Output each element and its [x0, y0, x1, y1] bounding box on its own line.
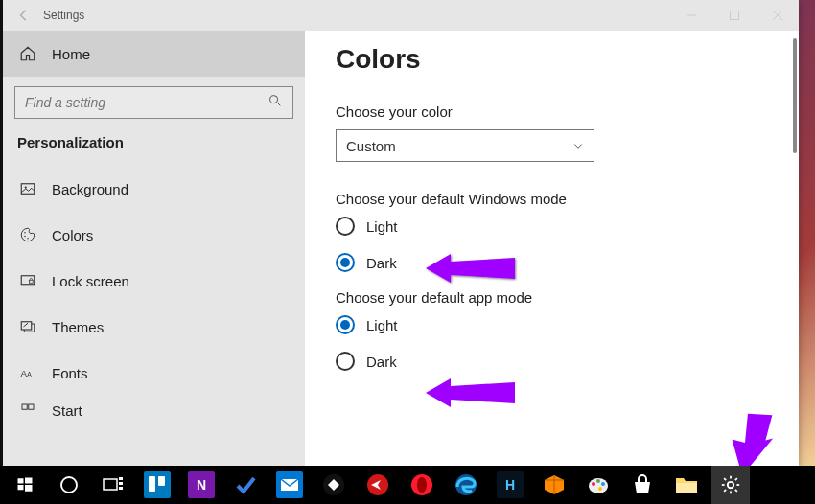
- windows-mode-light-option[interactable]: Light: [336, 217, 799, 236]
- palette-icon: [17, 226, 38, 243]
- color-mode-value: Custom: [346, 138, 396, 154]
- svg-rect-15: [29, 404, 34, 409]
- svg-rect-25: [119, 477, 123, 480]
- taskbar-app-mail[interactable]: [270, 466, 309, 504]
- taskbar-cortana[interactable]: [50, 466, 88, 504]
- close-button[interactable]: [756, 0, 799, 31]
- fonts-icon: AA: [17, 364, 38, 381]
- sidebar-item-fonts[interactable]: AA Fonts: [3, 350, 305, 396]
- svg-point-6: [24, 232, 26, 234]
- search-field[interactable]: [25, 95, 268, 110]
- radio-icon: [336, 253, 355, 272]
- svg-text:A: A: [21, 368, 28, 378]
- taskbar-app-h[interactable]: H: [491, 466, 529, 504]
- radio-label: Dark: [366, 354, 397, 370]
- taskbar-app-explorer[interactable]: [667, 466, 706, 504]
- back-button[interactable]: [11, 2, 37, 29]
- svg-point-2: [270, 96, 278, 103]
- svg-point-34: [417, 477, 427, 493]
- sidebar-item-label: Lock screen: [52, 273, 129, 289]
- taskbar-app-opera[interactable]: [403, 466, 441, 504]
- sidebar-item-background[interactable]: Background: [3, 166, 305, 212]
- titlebar: Settings: [3, 0, 799, 31]
- svg-line-50: [735, 478, 737, 480]
- sidebar-item-home[interactable]: Home: [3, 31, 305, 77]
- sidebar-item-colors[interactable]: Colors: [3, 212, 305, 258]
- svg-rect-20: [25, 478, 33, 484]
- search-input[interactable]: [14, 86, 293, 119]
- svg-rect-24: [104, 479, 117, 490]
- sidebar-item-start[interactable]: Start: [3, 396, 305, 424]
- svg-point-39: [601, 482, 605, 486]
- radio-label: Light: [366, 218, 398, 235]
- taskbar-start[interactable]: [6, 466, 44, 504]
- content-pane: Colors Choose your color Custom Choose y…: [305, 31, 799, 466]
- svg-point-23: [61, 477, 77, 493]
- taskbar-taskview[interactable]: [94, 466, 132, 504]
- svg-rect-29: [158, 476, 165, 486]
- sidebar-item-label: Fonts: [52, 365, 88, 381]
- svg-point-38: [596, 479, 600, 483]
- svg-rect-22: [25, 485, 33, 492]
- maximize-button[interactable]: [712, 0, 756, 31]
- svg-rect-14: [22, 404, 27, 409]
- radio-icon: [336, 315, 355, 334]
- color-mode-dropdown[interactable]: Custom: [336, 129, 594, 162]
- taskbar-app-3d[interactable]: [535, 466, 573, 504]
- taskbar-app-edge[interactable]: [447, 466, 485, 504]
- app-mode-light-option[interactable]: Light: [336, 315, 799, 334]
- section-header: Personalization: [3, 125, 305, 166]
- scrollbar[interactable]: [793, 38, 797, 153]
- settings-window: Settings Home Personal: [3, 0, 799, 466]
- svg-point-8: [27, 238, 29, 240]
- svg-rect-41: [676, 483, 697, 493]
- taskbar-app-store[interactable]: [623, 466, 662, 504]
- home-icon: [17, 45, 38, 62]
- svg-rect-10: [30, 280, 34, 283]
- app-mode-dark-option[interactable]: Dark: [336, 352, 799, 371]
- sidebar-item-label: Start: [52, 402, 82, 419]
- taskbar-app-paint[interactable]: [579, 466, 617, 504]
- svg-rect-21: [18, 485, 24, 490]
- lock-screen-icon: [17, 272, 38, 289]
- taskbar-app-todo[interactable]: [226, 466, 265, 504]
- svg-text:A: A: [27, 371, 32, 378]
- svg-point-5: [25, 186, 27, 188]
- taskbar-app-trello[interactable]: [138, 466, 176, 504]
- color-mode-label: Choose your color: [336, 103, 799, 120]
- radio-icon: [336, 352, 355, 371]
- svg-rect-28: [149, 476, 155, 492]
- taskbar-app-settings[interactable]: [711, 466, 750, 504]
- taskbar-app-clip[interactable]: [314, 466, 353, 504]
- sidebar-item-label: Background: [52, 181, 128, 197]
- start-icon: [17, 401, 38, 419]
- svg-point-40: [598, 487, 602, 491]
- radio-label: Dark: [366, 255, 397, 271]
- search-icon: [268, 93, 283, 112]
- svg-line-48: [735, 490, 737, 492]
- svg-line-3: [277, 103, 280, 105]
- app-mode-label: Choose your default app mode: [336, 289, 799, 306]
- svg-point-7: [24, 236, 26, 238]
- svg-rect-1: [730, 11, 738, 20]
- taskbar-app-onenote[interactable]: N: [182, 466, 221, 504]
- sidebar-item-lockscreen[interactable]: Lock screen: [3, 258, 305, 304]
- sidebar: Home Personalization Background C: [3, 31, 305, 466]
- themes-icon: [17, 318, 38, 335]
- radio-icon: [336, 217, 355, 236]
- picture-icon: [17, 180, 38, 197]
- windows-mode-dark-option[interactable]: Dark: [336, 253, 799, 272]
- taskbar: N H: [0, 466, 815, 504]
- sidebar-item-label: Themes: [52, 319, 104, 335]
- minimize-button[interactable]: [669, 0, 712, 31]
- taskbar-app-direct[interactable]: [359, 466, 397, 504]
- windows-mode-label: Choose your default Windows mode: [336, 191, 799, 207]
- svg-line-47: [724, 478, 726, 480]
- page-title: Colors: [336, 44, 799, 75]
- window-title: Settings: [43, 9, 84, 22]
- sidebar-item-label: Colors: [52, 227, 93, 243]
- svg-rect-27: [119, 487, 123, 490]
- sidebar-item-themes[interactable]: Themes: [3, 304, 305, 350]
- svg-point-42: [728, 482, 734, 488]
- svg-point-37: [592, 482, 595, 486]
